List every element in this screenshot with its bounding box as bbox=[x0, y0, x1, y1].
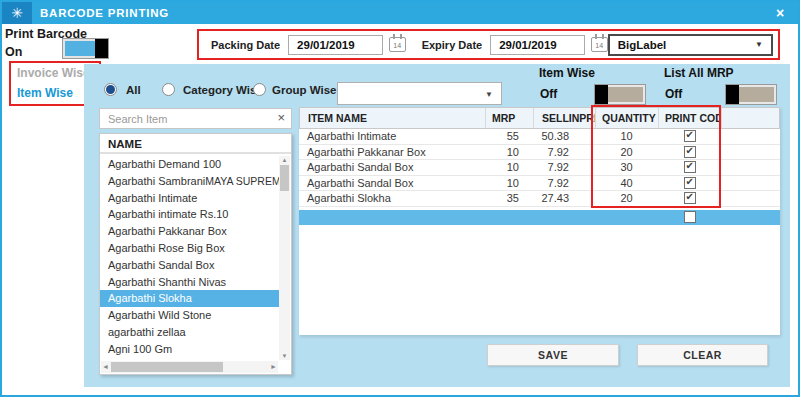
list-item-name: Agarbathi Sandal Box bbox=[108, 257, 214, 274]
barcode-grid: ITEM NAME MRP SELLINPRIC QUANTITY PRINT … bbox=[299, 107, 780, 335]
list-item-name: Agarbathi Slokha bbox=[108, 290, 192, 307]
list-item[interactable]: Agni 100 Gm bbox=[100, 341, 279, 358]
cell-mrp: 10 bbox=[485, 176, 533, 191]
col-header-filler bbox=[722, 108, 779, 128]
radio-group-wise-label: Group Wise bbox=[272, 84, 336, 96]
radio-all-label: All bbox=[126, 84, 141, 96]
list-all-mrp-switch-label: List All MRP bbox=[664, 66, 734, 80]
list-item[interactable]: Agarbathi Intimate bbox=[100, 190, 279, 207]
list-vertical-scrollbar[interactable]: ▲ ▼ bbox=[279, 156, 290, 360]
cell-quantity: 20 bbox=[595, 145, 658, 160]
grid-header-row: ITEM NAME MRP SELLINPRIC QUANTITY PRINT … bbox=[299, 107, 780, 129]
cell-item-name: Agarbathi Sandal Box bbox=[299, 160, 485, 175]
print-barcode-state-label: On bbox=[5, 45, 22, 59]
list-item[interactable]: Agarbathi Shanthi Nivas bbox=[100, 274, 279, 291]
window-title: BARCODE PRINTING bbox=[40, 7, 169, 19]
scroll-right-icon[interactable]: ► bbox=[270, 363, 277, 370]
list-item[interactable]: Agarbathi intimate Rs.10 bbox=[100, 206, 279, 223]
cell-print-code bbox=[658, 160, 721, 175]
cell-quantity: 30 bbox=[595, 160, 658, 175]
radio-category-wise[interactable] bbox=[162, 83, 175, 96]
print-code-checkbox[interactable] bbox=[684, 177, 696, 189]
close-icon[interactable]: × bbox=[762, 2, 798, 24]
scrollbar-thumb[interactable] bbox=[280, 165, 289, 191]
list-item[interactable]: Agarbathi Wild Stone bbox=[100, 307, 279, 324]
list-item[interactable]: Agarbathi Slokha bbox=[100, 290, 279, 307]
list-item[interactable]: Agarbathi Sandal Box bbox=[100, 257, 279, 274]
cell-print-code bbox=[658, 145, 721, 160]
calendar-icon[interactable]: 14 bbox=[591, 37, 608, 52]
label-type-dropdown[interactable]: BigLabel ▼ bbox=[608, 34, 773, 56]
search-clear-icon[interactable]: × bbox=[277, 110, 285, 125]
scroll-down-icon[interactable]: ▼ bbox=[279, 352, 290, 360]
scroll-up-icon[interactable]: ▲ bbox=[279, 156, 290, 164]
app-icon: ✳ bbox=[2, 2, 32, 24]
table-row[interactable]: Agarbathi Sandal Box107.9240 bbox=[299, 176, 780, 192]
item-wise-toggle[interactable] bbox=[595, 85, 645, 104]
new-row-print-code-checkbox[interactable] bbox=[684, 211, 696, 223]
list-all-mrp-switch-state: Off bbox=[665, 87, 682, 101]
list-item[interactable]: Agarbathi Rose Big Box bbox=[100, 240, 279, 257]
table-row[interactable]: Agarbathi Intimate5550.3810 bbox=[299, 129, 780, 145]
item-list: NAME Agarbathi Demand 100Agarbathi Sambr… bbox=[99, 133, 292, 375]
item-wise-switch-state: Off bbox=[540, 87, 557, 101]
col-header-quantity[interactable]: QUANTITY bbox=[596, 108, 659, 128]
calendar-icon[interactable]: 14 bbox=[389, 37, 406, 52]
cell-print-code bbox=[658, 176, 721, 191]
list-item-tag: MAYA SUPREME bbox=[205, 173, 279, 190]
cell-quantity bbox=[595, 210, 658, 226]
print-code-checkbox[interactable] bbox=[684, 192, 696, 204]
list-item-name: Agarbathi intimate Rs.10 bbox=[108, 206, 228, 223]
scrollbar-thumb[interactable] bbox=[111, 362, 223, 372]
grid-body: Agarbathi Intimate5550.3810Agarbathi Pak… bbox=[299, 129, 780, 207]
table-row[interactable]: Agarbathi Slokha3527.4320 bbox=[299, 191, 780, 207]
list-item[interactable]: Agarbathi SambraniMAYA SUPREME bbox=[100, 173, 279, 190]
list-item-name: agarbathi zellaa bbox=[108, 324, 186, 341]
list-item[interactable]: agarbathi zellaa bbox=[100, 324, 279, 341]
col-header-print-code[interactable]: PRINT CODE bbox=[659, 108, 722, 128]
list-item-name: Agarbathi Rose Big Box bbox=[108, 240, 225, 257]
table-new-row[interactable] bbox=[299, 210, 780, 226]
packing-date-input[interactable]: 29/01/2019 bbox=[288, 35, 383, 55]
col-header-mrp[interactable]: MRP bbox=[486, 108, 534, 128]
table-row[interactable]: Agarbathi Pakkanar Box107.9220 bbox=[299, 145, 780, 161]
cell-mrp: 10 bbox=[485, 145, 533, 160]
cell-sellprice: 50.38 bbox=[533, 129, 595, 144]
list-item-name: Agarbathi Sambrani bbox=[108, 173, 205, 190]
label-type-value: BigLabel bbox=[618, 39, 667, 51]
cell-item-name: Agarbathi Pakkanar Box bbox=[299, 145, 485, 160]
search-input[interactable] bbox=[100, 110, 291, 129]
cell-quantity: 20 bbox=[595, 191, 658, 206]
print-barcode-toggle[interactable] bbox=[63, 39, 108, 58]
print-code-checkbox[interactable] bbox=[684, 130, 696, 142]
clear-button[interactable]: CLEAR bbox=[637, 344, 768, 366]
col-header-sellinprice[interactable]: SELLINPRIC bbox=[534, 108, 596, 128]
toggle-knob bbox=[726, 85, 739, 104]
list-item[interactable]: Agarbathi Pakkanar Box bbox=[100, 223, 279, 240]
table-row[interactable]: Agarbathi Sandal Box107.9230 bbox=[299, 160, 780, 176]
list-item-name: Agarbathi Pakkanar Box bbox=[108, 223, 227, 240]
list-horizontal-scrollbar[interactable]: ◄ ► bbox=[101, 361, 278, 373]
print-code-checkbox[interactable] bbox=[684, 161, 696, 173]
list-all-mrp-toggle[interactable] bbox=[726, 85, 776, 104]
radio-category-wise-label: Category Wise bbox=[183, 84, 263, 96]
cell-item-name: Agarbathi Slokha bbox=[299, 191, 485, 206]
radio-group-wise[interactable] bbox=[253, 83, 266, 96]
chevron-down-icon: ▼ bbox=[755, 40, 763, 49]
cell-filler bbox=[721, 145, 780, 160]
cell-mrp: 10 bbox=[485, 160, 533, 175]
scroll-left-icon[interactable]: ◄ bbox=[102, 363, 109, 370]
expiry-date-input[interactable]: 29/01/2019 bbox=[490, 35, 585, 55]
list-item[interactable]: Agarbathi Demand 100 bbox=[100, 156, 279, 173]
toggle-knob bbox=[95, 39, 108, 58]
radio-all[interactable] bbox=[104, 83, 117, 96]
cell-filler bbox=[721, 160, 780, 175]
col-header-item-name[interactable]: ITEM NAME bbox=[300, 108, 486, 128]
print-code-checkbox[interactable] bbox=[684, 146, 696, 158]
list-item-name: Agni 100 Gm bbox=[108, 341, 172, 358]
cell-filler bbox=[721, 129, 780, 144]
cell-sellprice: 27.43 bbox=[533, 191, 595, 206]
save-button[interactable]: SAVE bbox=[487, 344, 619, 366]
group-wise-dropdown[interactable]: ▼ bbox=[337, 82, 502, 105]
cell-sellprice bbox=[533, 210, 595, 226]
